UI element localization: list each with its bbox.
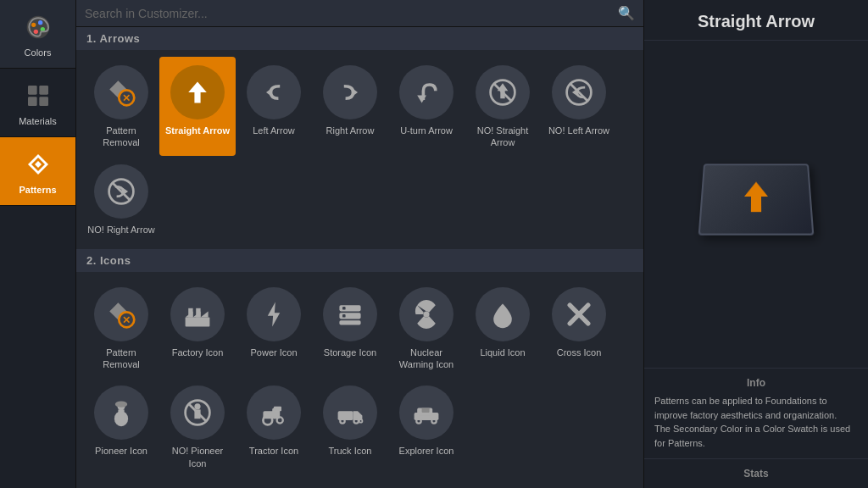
item-explorer-icon[interactable]: Explorer Icon [388,377,465,476]
svg-rect-36 [196,308,200,318]
svg-point-0 [26,16,49,39]
svg-point-61 [354,419,359,424]
svg-point-57 [277,418,283,424]
svg-point-4 [33,30,37,34]
svg-text:✕: ✕ [122,92,131,103]
sidebar: Colors Materials Patterns [0,0,76,488]
svg-point-43 [423,311,429,317]
item-no-left-arrow[interactable]: NO! Left Arrow [541,57,617,156]
truck-icon [323,385,377,440]
sidebar-item-patterns[interactable]: Patterns [0,137,75,206]
svg-marker-37 [268,302,280,326]
arrows-grid: ✕ Pattern Removal Straight Arrow [76,50,643,249]
preview-tile [701,162,811,247]
svg-rect-7 [28,97,37,106]
factory-icon-label: Factory Icon [172,347,224,358]
info-section: Info Patterns can be applied to Foundati… [644,368,868,458]
svg-rect-67 [422,408,430,413]
item-pattern-removal-arrows[interactable]: ✕ Pattern Removal [83,57,159,156]
search-bar: 🔍 [76,0,643,27]
svg-rect-31 [186,317,210,326]
main-panel: 🔍 1. Arrows ✕ Pattern Removal [76,0,643,488]
pattern-removal-arrows-label: Pattern Removal [87,125,155,149]
svg-point-66 [431,419,436,424]
info-label: Info [654,377,858,389]
item-pioneer-icon[interactable]: Pioneer Icon [83,377,159,476]
svg-rect-42 [342,314,346,318]
straight-arrow-icon [170,65,225,119]
svg-marker-15 [188,81,207,103]
storage-icon-label: Storage Icon [324,347,376,358]
section-arrows-header: 1. Arrows [76,27,643,50]
item-truck-icon[interactable]: Truck Icon [312,377,388,476]
power-icon-label: Power Icon [250,347,297,358]
truck-icon-label: Truck Icon [329,445,372,457]
item-storage-icon[interactable]: Storage Icon [312,279,388,378]
materials-icon [21,79,55,113]
svg-rect-48 [118,410,124,421]
power-icon [247,287,301,341]
svg-point-60 [340,419,344,424]
uturn-arrow-icon [399,65,453,119]
svg-rect-35 [188,308,192,318]
svg-rect-6 [39,86,48,95]
svg-rect-5 [28,86,37,95]
no-left-arrow-icon [552,65,606,119]
section-icons-header: 2. Icons [76,249,643,272]
preview-area [644,41,868,368]
pattern-removal-icons-label: Pattern Removal [87,347,155,371]
panel-title: Straight Arrow [644,0,868,41]
item-cross-icon[interactable]: Cross Icon [541,279,617,378]
no-straight-arrow-icon [476,65,530,119]
left-arrow-label: Left Arrow [253,125,295,136]
no-right-arrow-label: NO! Right Arrow [87,224,154,236]
sidebar-colors-label: Colors [25,47,52,58]
item-pattern-removal-icons[interactable]: ✕ Pattern Removal [83,279,159,378]
svg-point-1 [31,23,36,27]
sidebar-patterns-label: Patterns [19,185,56,195]
stats-label: Stats [654,468,858,480]
item-factory-icon[interactable]: Factory Icon [159,279,236,378]
patterns-icon [21,147,55,181]
no-straight-arrow-label: NO! Straight Arrow [469,125,537,149]
nuclear-warning-icon-label: Nuclear Warning Icon [392,347,460,371]
item-left-arrow[interactable]: Left Arrow [236,57,312,156]
liquid-icon-label: Liquid Icon [480,347,525,358]
svg-rect-41 [342,307,346,310]
item-straight-arrow[interactable]: Straight Arrow [159,57,236,156]
item-nuclear-warning-icon[interactable]: Nuclear Warning Icon [388,279,465,378]
svg-marker-68 [744,181,769,212]
svg-rect-40 [339,320,360,324]
tractor-icon-label: Tractor Icon [249,445,298,457]
no-pioneer-icon-label: NO! Pioneer Icon [164,445,231,469]
item-tractor-icon[interactable]: Tractor Icon [236,377,312,476]
uturn-arrow-label: U-turn Arrow [400,125,453,136]
sidebar-item-materials[interactable]: Materials [0,69,75,137]
tractor-icon [247,385,301,440]
content-panel: 1. Arrows ✕ Pattern Removal [76,27,643,488]
nuclear-warning-icon [399,287,453,341]
svg-point-62 [359,420,363,424]
svg-marker-17 [352,88,358,97]
item-no-pioneer-icon[interactable]: NO! Pioneer Icon [159,377,236,476]
icons-grid: ✕ Pattern Removal Factor [76,272,643,483]
search-icon[interactable]: 🔍 [618,5,635,21]
search-input[interactable] [85,7,618,20]
liquid-icon [476,287,530,341]
pioneer-icon-label: Pioneer Icon [95,445,147,457]
item-liquid-icon[interactable]: Liquid Icon [465,279,541,378]
item-no-straight-arrow[interactable]: NO! Straight Arrow [465,57,541,156]
tile-base [698,164,815,235]
no-pioneer-icon [170,385,225,440]
item-power-icon[interactable]: Power Icon [236,279,312,378]
item-no-right-arrow[interactable]: NO! Right Arrow [83,156,159,242]
svg-rect-53 [194,410,200,419]
sidebar-item-colors[interactable]: Colors [0,0,75,69]
info-text: Patterns can be applied to Foundations t… [654,394,858,450]
svg-marker-34 [201,311,209,317]
cross-icon-label: Cross Icon [557,347,602,358]
item-right-arrow[interactable]: Right Arrow [312,57,388,156]
item-uturn-arrow[interactable]: U-turn Arrow [388,57,465,156]
palette-icon [21,10,55,44]
left-arrow-icon [247,65,301,119]
